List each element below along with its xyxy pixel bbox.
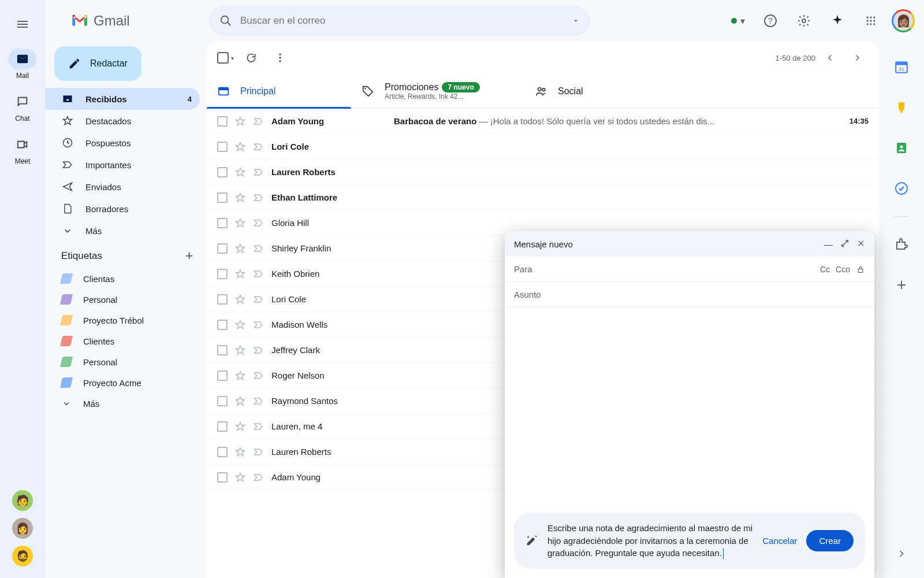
importance-marker[interactable]: [253, 116, 264, 127]
importance-marker[interactable]: [253, 268, 264, 280]
rail-chat[interactable]: Chat: [9, 91, 36, 123]
bcc-button[interactable]: Cco: [836, 265, 850, 274]
importance-marker[interactable]: [253, 370, 264, 381]
row-checkbox[interactable]: [217, 345, 228, 355]
label-item[interactable]: Proyecto Acme: [45, 372, 207, 393]
star-button[interactable]: [234, 166, 246, 178]
row-checkbox[interactable]: [217, 167, 228, 177]
calendar-button[interactable]: 31: [889, 54, 914, 80]
chat-avatar-2[interactable]: 👩: [12, 518, 33, 539]
add-label-button[interactable]: +: [185, 249, 193, 264]
importance-marker[interactable]: [253, 141, 264, 153]
row-checkbox[interactable]: [217, 218, 228, 228]
star-button[interactable]: [234, 472, 246, 483]
row-checkbox[interactable]: [217, 396, 228, 406]
importance-marker[interactable]: [253, 446, 264, 458]
compose-header[interactable]: Mensaje nuevo —: [505, 231, 874, 257]
star-button[interactable]: [234, 192, 246, 203]
collapse-panel-button[interactable]: [889, 541, 914, 566]
star-button[interactable]: [234, 446, 246, 458]
importance-marker[interactable]: [253, 472, 264, 483]
addons-button[interactable]: [889, 232, 914, 257]
star-button[interactable]: [234, 116, 246, 127]
label-item[interactable]: Clientes: [45, 331, 207, 351]
row-checkbox[interactable]: [217, 269, 228, 279]
cc-button[interactable]: Cc: [820, 265, 830, 274]
more-button[interactable]: [269, 46, 292, 69]
row-checkbox[interactable]: [217, 294, 228, 305]
email-row[interactable]: Lauren Roberts: [207, 160, 879, 185]
row-checkbox[interactable]: [217, 142, 228, 152]
row-checkbox[interactable]: [217, 421, 228, 432]
label-item[interactable]: Personal: [45, 289, 207, 310]
importance-marker[interactable]: [253, 243, 264, 254]
rail-mail[interactable]: Mail: [9, 49, 36, 80]
star-button[interactable]: [234, 395, 246, 407]
suggest-text[interactable]: Escribe una nota de agradecimiento al ma…: [547, 522, 753, 560]
to-field[interactable]: Para Cc Cco: [505, 257, 874, 282]
search-input[interactable]: [240, 15, 564, 27]
importance-marker[interactable]: [253, 344, 264, 356]
prev-page-button[interactable]: [819, 46, 842, 69]
minimize-button[interactable]: —: [824, 239, 833, 249]
importance-marker[interactable]: [253, 395, 264, 407]
nav-snoozed[interactable]: Pospuestos: [45, 132, 200, 154]
help-button[interactable]: ?: [758, 8, 783, 34]
search-options-icon[interactable]: [572, 17, 580, 25]
importance-marker[interactable]: [253, 319, 264, 331]
apps-button[interactable]: [858, 8, 884, 34]
importance-marker[interactable]: [253, 421, 264, 432]
sparkle-button[interactable]: [825, 8, 850, 34]
label-item[interactable]: Personal: [45, 351, 207, 372]
rail-meet[interactable]: Meet: [9, 134, 36, 165]
email-row[interactable]: Ethan Lattimore: [207, 185, 879, 210]
row-checkbox[interactable]: [217, 370, 228, 381]
nav-more[interactable]: Más: [45, 220, 200, 242]
email-row[interactable]: Adam Young Barbacoa de verano — ¡Hola a …: [207, 109, 879, 134]
tab-social[interactable]: Social: [524, 74, 669, 108]
star-button[interactable]: [234, 370, 246, 381]
importance-marker[interactable]: [253, 217, 264, 229]
importance-marker[interactable]: [253, 166, 264, 178]
account-avatar[interactable]: 👩🏽: [892, 9, 915, 32]
row-checkbox[interactable]: [217, 447, 228, 457]
nav-starred[interactable]: Destacados: [45, 110, 200, 132]
star-button[interactable]: [234, 294, 246, 305]
star-button[interactable]: [234, 217, 246, 229]
labels-more[interactable]: Más: [45, 393, 207, 414]
nav-sent[interactable]: Enviados: [45, 176, 200, 198]
select-all-checkbox[interactable]: ▾: [217, 52, 234, 64]
contacts-lock-button[interactable]: [856, 265, 865, 274]
row-checkbox[interactable]: [217, 243, 228, 254]
tasks-button[interactable]: [889, 176, 914, 201]
suggest-create-button[interactable]: Crear: [806, 530, 854, 551]
tab-primary[interactable]: Principal: [207, 74, 351, 108]
star-button[interactable]: [234, 268, 246, 280]
star-button[interactable]: [234, 141, 246, 153]
close-button[interactable]: [857, 239, 865, 249]
importance-marker[interactable]: [253, 294, 264, 305]
star-button[interactable]: [234, 421, 246, 432]
chat-avatar-3[interactable]: 🧔: [12, 546, 33, 566]
settings-button[interactable]: [791, 8, 817, 34]
compose-button[interactable]: Redactar: [54, 46, 141, 81]
row-checkbox[interactable]: [217, 472, 228, 483]
nav-important[interactable]: Importantes: [45, 154, 200, 176]
nav-inbox[interactable]: Recibidos4: [45, 88, 200, 110]
importance-marker[interactable]: [253, 192, 264, 203]
contacts-button[interactable]: [889, 135, 914, 161]
fullscreen-button[interactable]: [841, 239, 849, 249]
suggest-cancel-button[interactable]: Cancelar: [762, 536, 797, 546]
star-button[interactable]: [234, 344, 246, 356]
star-button[interactable]: [234, 319, 246, 331]
label-item[interactable]: Proyecto Trébol: [45, 310, 207, 331]
email-row[interactable]: Lori Cole: [207, 134, 879, 160]
row-checkbox[interactable]: [217, 192, 228, 203]
subject-field[interactable]: Asunto: [505, 282, 874, 307]
label-item[interactable]: Clientas: [45, 268, 207, 289]
get-addons-button[interactable]: [889, 272, 914, 298]
compose-body[interactable]: [505, 307, 874, 513]
logo[interactable]: Gmail: [54, 12, 204, 30]
nav-drafts[interactable]: Borradores: [45, 198, 200, 220]
row-checkbox[interactable]: [217, 320, 228, 330]
